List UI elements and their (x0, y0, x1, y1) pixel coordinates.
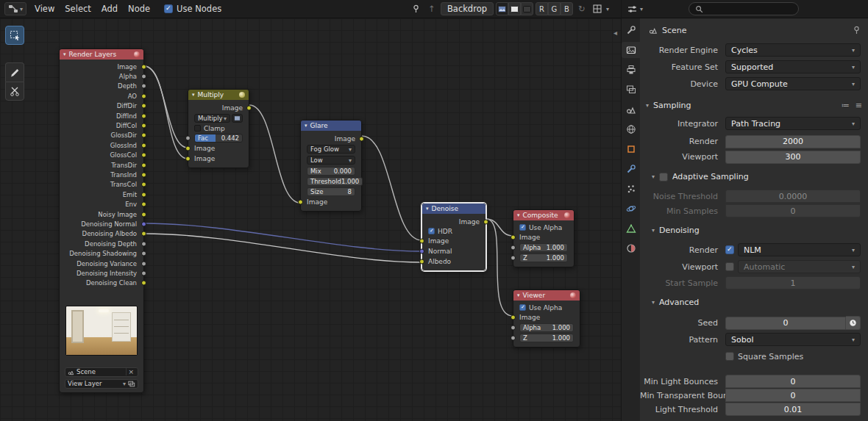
tab-modifiers[interactable] (622, 161, 640, 177)
render-engine-dropdown[interactable]: Cycles▾ (725, 43, 861, 57)
integrator-dropdown[interactable]: Path Tracing▾ (725, 117, 861, 130)
output-socket[interactable] (141, 221, 146, 226)
denoising-render-checkbox[interactable] (725, 245, 734, 254)
output-socket[interactable] (141, 64, 146, 69)
z-input-socket[interactable] (511, 255, 516, 260)
seed-field[interactable]: 0 (725, 317, 846, 330)
pin-icon[interactable] (410, 2, 423, 15)
node-composite-header[interactable]: ▾ Composite (513, 210, 574, 220)
output-socket[interactable] (141, 241, 146, 246)
node-glare-header[interactable]: ▾ Glare (301, 120, 361, 131)
input-socket[interactable] (511, 314, 516, 320)
annotate-tool-button[interactable] (5, 62, 24, 82)
input-socket[interactable] (419, 238, 424, 243)
node-canvas[interactable]: ◂ (0, 18, 621, 421)
tab-material[interactable] (622, 240, 640, 256)
node-glare[interactable]: ▾ Glare Image Fog Glow ▾ (300, 120, 362, 212)
hdr-row[interactable]: HDR (422, 227, 485, 235)
tab-world[interactable] (622, 121, 640, 137)
backdrop-alpha-channel-button[interactable] (521, 2, 533, 15)
threshold-slider[interactable]: Threshold 1.000 (307, 177, 363, 186)
collapse-triangle-icon[interactable]: ▾ (63, 51, 66, 57)
denoising-section-header[interactable]: ▾ Denoising (640, 224, 868, 237)
clamp-checkbox[interactable] (194, 125, 201, 132)
output-socket[interactable] (141, 74, 146, 79)
input-socket[interactable] (511, 234, 516, 240)
output-socket[interactable] (141, 202, 146, 207)
backdrop-color-channel-button[interactable] (496, 2, 508, 15)
node-composite[interactable]: ▾ Composite Use Alpha Image (513, 209, 574, 267)
node-denoise-header[interactable]: ▾ Denoise (422, 204, 485, 214)
output-socket[interactable] (141, 192, 146, 197)
tab-output[interactable] (622, 62, 640, 78)
input-socket[interactable] (185, 156, 191, 161)
snapping-icon[interactable] (591, 2, 604, 15)
output-socket[interactable] (141, 143, 146, 148)
tab-scene[interactable] (622, 101, 640, 118)
output-socket[interactable] (141, 270, 146, 276)
use-nodes-checkbox[interactable] (164, 4, 173, 13)
collapse-triangle-icon[interactable]: ▾ (192, 92, 195, 98)
node-multiply[interactable]: ▾ Multiply Image Multiply ▾ (188, 89, 249, 168)
use-alpha-toggle-button[interactable] (232, 114, 243, 123)
input-socket[interactable] (419, 248, 424, 253)
clamp-row[interactable]: Clamp (188, 124, 249, 132)
square-samples-checkbox[interactable] (725, 352, 734, 361)
blue-channel-button[interactable]: B (561, 2, 573, 15)
tab-object[interactable] (622, 141, 640, 157)
collapse-triangle-icon[interactable]: ▾ (305, 123, 307, 129)
menu-item[interactable]: Add (96, 2, 123, 15)
mix-slider[interactable]: Mix 0.000 (307, 167, 355, 176)
output-socket[interactable] (359, 136, 364, 141)
node-viewer[interactable]: ▾ Viewer Use Alpha Image (513, 289, 580, 348)
output-socket[interactable] (141, 93, 146, 98)
unlink-scene-button[interactable]: × (126, 368, 135, 375)
min-light-bounces-field[interactable]: 0 (725, 375, 861, 388)
alpha-slider[interactable]: Alpha 1.000 (519, 323, 574, 332)
search-input[interactable] (689, 2, 799, 15)
output-socket[interactable] (141, 172, 146, 177)
output-socket[interactable] (141, 212, 146, 217)
links-cut-tool-button[interactable] (5, 82, 24, 101)
node-render-layers[interactable]: ▾ Render Layers Image (59, 48, 144, 393)
output-socket[interactable] (141, 182, 146, 187)
scene-selector[interactable]: Scene × (65, 367, 138, 377)
use-alpha-row[interactable]: Use Alpha (513, 303, 580, 312)
output-socket[interactable] (141, 123, 146, 129)
z-slider[interactable]: Z 1.000 (519, 334, 574, 342)
use-alpha-checkbox[interactable] (519, 304, 526, 311)
glare-type-dropdown[interactable]: Fog Glow ▾ (307, 145, 355, 154)
size-slider[interactable]: Size 8 (307, 187, 355, 196)
output-socket[interactable] (141, 261, 146, 266)
min-transparent-bounces-field[interactable]: 0 (725, 389, 861, 402)
editor-type-selector[interactable]: ▾ (4, 2, 26, 15)
alpha-input-socket[interactable] (511, 325, 516, 330)
tab-view-layer[interactable] (622, 82, 640, 98)
tab-physics[interactable] (622, 201, 640, 217)
adaptive-sampling-header[interactable]: ▾ Adaptive Sampling (640, 170, 868, 183)
collapse-triangle-icon[interactable]: ▾ (517, 212, 520, 218)
z-slider[interactable]: Z 1.000 (519, 253, 568, 262)
output-socket[interactable] (141, 104, 146, 109)
input-socket[interactable] (185, 145, 191, 151)
animate-seed-button[interactable] (846, 316, 861, 330)
backdrop-color-alpha-channel-button[interactable] (508, 2, 521, 15)
denoiser-dropdown[interactable]: NLM▾ (738, 243, 861, 256)
view-layer-selector[interactable]: View Layer ▾ (65, 379, 138, 389)
refresh-backdrop-icon[interactable]: ↻ (575, 2, 588, 15)
output-socket[interactable] (246, 105, 252, 110)
alpha-input-socket[interactable] (511, 245, 516, 250)
z-input-socket[interactable] (511, 335, 516, 340)
collapse-triangle-icon[interactable]: ▾ (426, 206, 429, 212)
tab-object-data[interactable] (622, 220, 640, 237)
device-dropdown[interactable]: GPU Compute▾ (725, 77, 861, 90)
blend-mode-dropdown[interactable]: Multiply ▾ (194, 114, 230, 123)
preset-menu-icon[interactable]: ≔ (842, 101, 850, 110)
node-denoise[interactable]: ▾ Denoise Image HDR (421, 203, 486, 271)
menu-item[interactable]: Select (60, 2, 96, 15)
render-single-layer-icon[interactable] (128, 381, 135, 387)
pattern-dropdown[interactable]: Sobol▾ (725, 333, 861, 346)
feature-set-dropdown[interactable]: Supported▾ (725, 60, 861, 73)
tab-tool[interactable] (622, 22, 640, 38)
region-collapse-arrow[interactable]: ◂ (613, 29, 617, 37)
